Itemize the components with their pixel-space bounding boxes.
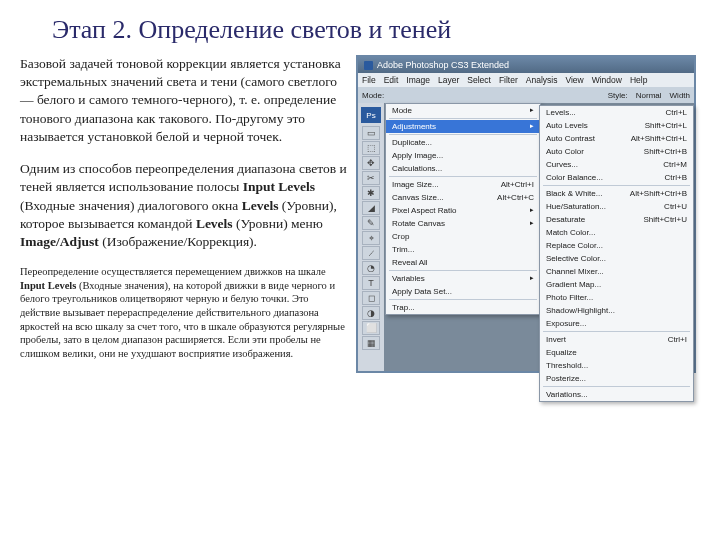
menu-file[interactable]: File: [362, 75, 376, 85]
menu-item[interactable]: Hue/Saturation...Ctrl+U: [540, 200, 693, 213]
options-bar: Mode: Style: Normal Width: [358, 87, 694, 103]
menu-item[interactable]: Calculations...: [386, 162, 540, 175]
menu-item[interactable]: Shadow/Highlight...: [540, 304, 693, 317]
menu-view[interactable]: View: [565, 75, 583, 85]
photoshop-window: Adobe Photoshop CS3 Extended FileEditIma…: [356, 55, 696, 373]
menu-item[interactable]: Mode: [386, 104, 540, 117]
menu-item[interactable]: Apply Data Set...: [386, 285, 540, 298]
menu-help[interactable]: Help: [630, 75, 647, 85]
tool-button[interactable]: ⬜: [362, 321, 380, 335]
menu-item[interactable]: Channel Mixer...: [540, 265, 693, 278]
menu-item[interactable]: Trap...: [386, 301, 540, 314]
tool-button[interactable]: ✎: [362, 216, 380, 230]
image-menu-dropdown[interactable]: ModeAdjustmentsDuplicate...Apply Image..…: [385, 103, 541, 315]
menu-item[interactable]: Photo Filter...: [540, 291, 693, 304]
menubar[interactable]: FileEditImageLayerSelectFilterAnalysisVi…: [358, 73, 694, 87]
tool-button[interactable]: ✥: [362, 156, 380, 170]
menu-item[interactable]: Reveal All: [386, 256, 540, 269]
menu-analysis[interactable]: Analysis: [526, 75, 558, 85]
menu-item[interactable]: Adjustments: [386, 120, 540, 133]
menu-item[interactable]: Apply Image...: [386, 149, 540, 162]
tool-button[interactable]: ◔: [362, 261, 380, 275]
menu-item[interactable]: Auto ColorShift+Ctrl+B: [540, 145, 693, 158]
text-column: Базовой задачей тоновой коррекции являет…: [20, 55, 350, 375]
menu-item[interactable]: Curves...Ctrl+M: [540, 158, 693, 171]
menu-item[interactable]: Selective Color...: [540, 252, 693, 265]
window-titlebar: Adobe Photoshop CS3 Extended: [358, 57, 694, 73]
menu-item[interactable]: Auto LevelsShift+Ctrl+L: [540, 119, 693, 132]
tool-button[interactable]: ◢: [362, 201, 380, 215]
tools-palette[interactable]: Ps ▭⬚✥✂✱◢✎⌖⟋◔T◻◑⬜▦: [358, 103, 384, 371]
tool-button[interactable]: ⬚: [362, 141, 380, 155]
menu-select[interactable]: Select: [467, 75, 491, 85]
screenshot-column: Adobe Photoshop CS3 Extended FileEditIma…: [356, 55, 696, 375]
tool-button[interactable]: ⌖: [362, 231, 380, 245]
menu-item[interactable]: DesaturateShift+Ctrl+U: [540, 213, 693, 226]
menu-item[interactable]: Image Size...Alt+Ctrl+I: [386, 178, 540, 191]
menu-item[interactable]: Replace Color...: [540, 239, 693, 252]
tool-button[interactable]: ▭: [362, 126, 380, 140]
menu-edit[interactable]: Edit: [384, 75, 399, 85]
tool-button[interactable]: T: [362, 276, 380, 290]
tool-button[interactable]: ⟋: [362, 246, 380, 260]
para-2: Одним из способов переопределения диапаз…: [20, 160, 350, 251]
menu-item[interactable]: Match Color...: [540, 226, 693, 239]
menu-item[interactable]: Gradient Map...: [540, 278, 693, 291]
menu-item[interactable]: Rotate Canvas: [386, 217, 540, 230]
menu-item[interactable]: Posterize...: [540, 372, 693, 385]
ps-logo-icon: Ps: [361, 107, 381, 123]
ps-app-icon: [364, 61, 373, 70]
menu-item[interactable]: Crop: [386, 230, 540, 243]
menu-item[interactable]: Levels...Ctrl+L: [540, 106, 693, 119]
menu-image[interactable]: Image: [406, 75, 430, 85]
menu-filter[interactable]: Filter: [499, 75, 518, 85]
menu-item[interactable]: Exposure...: [540, 317, 693, 330]
tool-button[interactable]: ✱: [362, 186, 380, 200]
menu-item[interactable]: Canvas Size...Alt+Ctrl+C: [386, 191, 540, 204]
menu-item[interactable]: Equalize: [540, 346, 693, 359]
para-1: Базовой задачей тоновой коррекции являет…: [20, 55, 350, 146]
menu-window[interactable]: Window: [592, 75, 622, 85]
menu-item[interactable]: Black & White...Alt+Shift+Ctrl+B: [540, 187, 693, 200]
menu-layer[interactable]: Layer: [438, 75, 459, 85]
menu-item[interactable]: Trim...: [386, 243, 540, 256]
menu-item[interactable]: Auto ContrastAlt+Shift+Ctrl+L: [540, 132, 693, 145]
adjustments-submenu[interactable]: Levels...Ctrl+LAuto LevelsShift+Ctrl+LAu…: [539, 105, 694, 402]
tool-button[interactable]: ◻: [362, 291, 380, 305]
para-3: Переопределение осуществляется перемещен…: [20, 265, 350, 360]
tool-button[interactable]: ✂: [362, 171, 380, 185]
menu-item[interactable]: InvertCtrl+I: [540, 333, 693, 346]
menu-item[interactable]: Threshold...: [540, 359, 693, 372]
slide-title: Этап 2. Определение светов и теней: [52, 15, 700, 45]
menu-item[interactable]: Duplicate...: [386, 136, 540, 149]
tool-button[interactable]: ▦: [362, 336, 380, 350]
menu-item[interactable]: Variables: [386, 272, 540, 285]
menu-item[interactable]: Variations...: [540, 388, 693, 401]
tool-button[interactable]: ◑: [362, 306, 380, 320]
menu-item[interactable]: Pixel Aspect Ratio: [386, 204, 540, 217]
menu-item[interactable]: Color Balance...Ctrl+B: [540, 171, 693, 184]
